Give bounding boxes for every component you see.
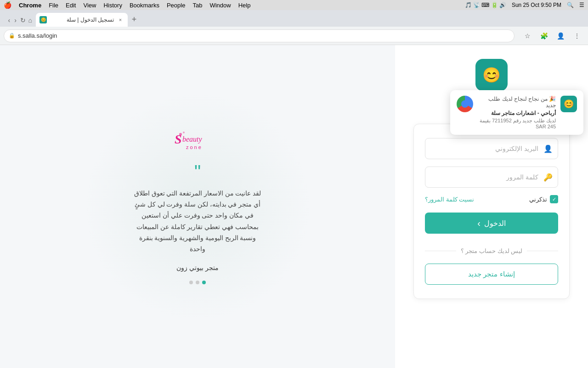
login-label: الدخول [484,219,506,228]
remember-me-group[interactable]: تذكرني [529,195,558,203]
profile-icon[interactable]: 👤 [553,29,568,43]
forward-button[interactable]: › [14,14,17,27]
menu-bookmarks[interactable]: Bookmarks [130,2,159,9]
chrome-icon [457,96,473,112]
url-text: s.salla.sa/login [18,32,509,39]
dot-3[interactable] [202,281,206,284]
lock-icon: 🔒 [9,33,15,39]
password-input[interactable] [425,167,558,188]
url-bar[interactable]: 🔒 s.salla.sa/login [4,29,514,42]
svg-text:beauty: beauty [182,135,203,144]
home-button[interactable]: ⌂ [28,14,32,27]
apple-menu[interactable]: 🍎 [4,1,11,9]
new-tab-button[interactable]: + [128,13,141,26]
reload-button[interactable]: ↻ [20,14,26,27]
brand-logo: S beauty zone [172,129,223,156]
email-group: 👤 [425,138,558,159]
app-name[interactable]: Chrome [19,2,41,9]
notif-desc: لديك طلب جديد رقم 7211952 بقيمة SAR 245 [478,118,556,129]
no-account-text: ليس لديك حساب متجر ؟ [461,247,522,254]
menu-bar-icons: 🎵 📡 ⌨ 🔋 🔊 [465,2,506,8]
menu-edit[interactable]: Edit [66,2,76,9]
login-arrow: › [477,218,481,229]
tab-favicon: 😊 [40,16,47,23]
register-label: إنشاء متجر جديد [468,270,514,278]
bookmarks-icon[interactable]: ☆ [520,29,535,43]
salla-logo-icon: 😊 [482,66,501,84]
password-group: 🔑 [425,167,558,188]
quote-icon: " [194,162,201,181]
remember-checkbox[interactable] [550,195,558,203]
notif-body: 🎉 من نجاح لنجاح لديك طلب جديد أرباحي - ا… [478,96,556,129]
notification-popup[interactable]: 😊 🎉 من نجاح لنجاح لديك طلب جديد أرباحي -… [450,90,583,135]
email-input[interactable] [425,138,558,159]
menu-bar-search[interactable]: 🔍 [567,2,574,8]
menu-window[interactable]: Window [209,2,231,9]
menu-tab[interactable]: Tab [192,2,202,9]
user-icon: 👤 [543,144,553,153]
notif-emoji: 🎉 [549,96,556,102]
more-icon[interactable]: ⋮ [570,29,584,43]
salla-logo: 😊 [475,59,508,91]
tab-title: تسجيل الدخول | سلة [50,17,114,23]
tab-close-button[interactable]: × [117,16,124,23]
lock-icon: 🔑 [543,173,553,182]
page-content: S beauty zone " لقد عانيت من الاسعار الم… [0,45,588,368]
svg-point-3 [179,133,182,136]
svg-point-4 [183,132,185,133]
menu-help[interactable]: Help [238,2,251,9]
remember-label: تذكرني [529,196,547,203]
menu-history[interactable]: History [103,2,122,9]
menu-bar-controls[interactable]: ☰ [579,2,584,8]
options-row: تذكرني نسيت كلمة المرور؟ [425,195,558,203]
notif-salla-icon: 😊 [560,96,577,112]
address-bar: 🔒 s.salla.sa/login ☆ 🧩 👤 ⋮ [0,27,588,45]
login-button[interactable]: الدخول › [425,213,558,234]
notif-subtitle: أرباحي - اشعارات متاجر سلة [478,110,556,116]
forgot-password-link[interactable]: نسيت كلمة المرور؟ [425,196,474,203]
svg-text:zone: zone [186,144,203,150]
menu-bar-time: Sun 25 Oct 9:50 PM [512,2,561,8]
divider-line-left [425,251,456,251]
extensions-icon[interactable]: 🧩 [537,29,551,43]
tab-bar: ‹ › ↻ ⌂ 😊 تسجيل الدخول | سلة × + [0,10,588,27]
active-tab[interactable]: 😊 تسجيل الدخول | سلة × [36,13,128,27]
menu-bar: 🍎 Chrome File Edit View History Bookmark… [0,0,588,10]
store-name: متجر بيوتي زون [176,264,219,271]
testimonial-text: لقد عانيت من الاسعار المرتفعة التي تعوق … [133,188,262,255]
divider: ليس لديك حساب متجر ؟ [425,247,558,254]
menu-people[interactable]: People [167,2,185,9]
menu-file[interactable]: File [49,2,58,9]
notif-title: 🎉 من نجاح لنجاح لديك طلب جديد [478,96,556,109]
testimonial-panel: S beauty zone " لقد عانيت من الاسعار الم… [0,45,395,368]
carousel-dots [189,281,206,284]
menu-view[interactable]: View [83,2,96,9]
register-button[interactable]: إنشاء متجر جديد [425,264,558,285]
back-button[interactable]: ‹ [7,14,11,27]
dot-1[interactable] [189,281,193,284]
dot-2[interactable] [196,281,199,284]
login-card: 👤 🔑 تذكرني نسيت كلمة المرور؟ الدخول › [413,124,570,299]
notif-title-text: من نجاح لنجاح لديك طلب جديد [488,96,556,109]
divider-line-right [527,251,558,251]
